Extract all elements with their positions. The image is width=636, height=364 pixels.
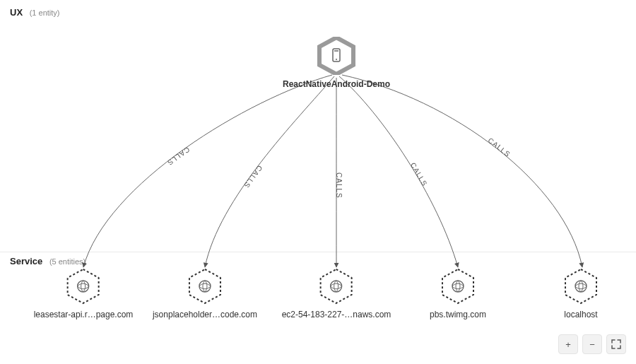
edge-calls bbox=[339, 76, 458, 267]
root-node-hex bbox=[317, 37, 355, 75]
service-node[interactable]: ec2-54-183-227-…naws.com bbox=[282, 267, 391, 319]
svg-point-3 bbox=[336, 59, 337, 60]
svg-marker-4 bbox=[68, 269, 99, 303]
service-node[interactable]: pbs.twimg.com bbox=[430, 267, 486, 319]
edge-label: CALLS bbox=[335, 172, 343, 199]
service-node-hex bbox=[439, 267, 477, 305]
service-node-label: pbs.twimg.com bbox=[430, 310, 486, 319]
dependency-graph: UX (1 entity) Service (5 entities) CALLS… bbox=[0, 0, 636, 364]
service-node-label: ec2-54-183-227-…naws.com bbox=[282, 310, 391, 319]
root-node[interactable]: ReactNativeAndroid-Demo bbox=[283, 37, 390, 89]
zoom-controls: + − bbox=[558, 334, 626, 354]
service-node-hex bbox=[317, 267, 355, 305]
service-node[interactable]: localhost bbox=[562, 267, 600, 319]
zoom-out-button[interactable]: − bbox=[582, 334, 602, 354]
service-node-label: leasestar-api.r…page.com bbox=[34, 310, 134, 319]
svg-marker-12 bbox=[565, 269, 596, 303]
service-node-hex bbox=[562, 267, 600, 305]
plus-icon: + bbox=[565, 339, 571, 350]
svg-marker-6 bbox=[189, 269, 220, 303]
edge-calls bbox=[83, 75, 332, 267]
fit-icon bbox=[611, 339, 621, 349]
fit-view-button[interactable] bbox=[606, 334, 626, 354]
service-node-label: jsonplaceholder…code.com bbox=[153, 310, 257, 319]
edge-calls bbox=[342, 75, 582, 267]
service-node[interactable]: leasestar-api.r…page.com bbox=[34, 267, 134, 319]
minus-icon: − bbox=[589, 339, 595, 350]
edge-calls bbox=[205, 76, 334, 267]
svg-marker-0 bbox=[319, 37, 353, 74]
service-node[interactable]: jsonplaceholder…code.com bbox=[153, 267, 257, 319]
service-node-hex bbox=[64, 267, 102, 305]
service-node-hex bbox=[186, 267, 224, 305]
zoom-in-button[interactable]: + bbox=[558, 334, 578, 354]
svg-marker-10 bbox=[442, 269, 473, 303]
svg-marker-8 bbox=[321, 269, 352, 303]
edge-label: CALLS bbox=[242, 164, 264, 189]
edge-label: CALLS bbox=[487, 136, 512, 158]
root-node-label: ReactNativeAndroid-Demo bbox=[283, 79, 390, 89]
edge-label: CALLS bbox=[409, 161, 429, 187]
service-node-label: localhost bbox=[562, 310, 600, 319]
edge-label: CALLS bbox=[166, 146, 192, 168]
